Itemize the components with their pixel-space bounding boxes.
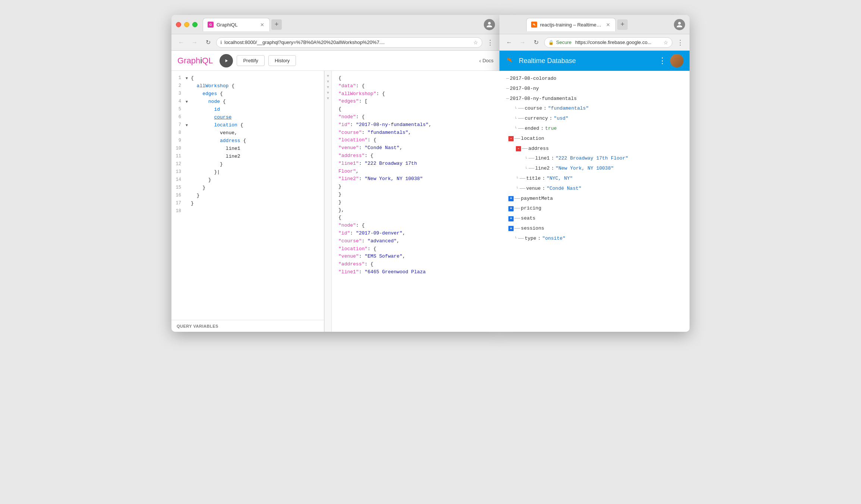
tree-dash: —— (520, 175, 526, 183)
tree-connector: └ (516, 186, 518, 192)
tab-close-button[interactable]: ✕ (259, 22, 265, 28)
tree-colon: : (551, 165, 554, 173)
url-bar-right[interactable]: 🔒 Secure https://console.firebase.google… (544, 37, 672, 48)
refresh-button-right[interactable]: ↻ (531, 37, 541, 48)
code-line-12: 12 } (171, 161, 324, 168)
result-pane: { "data": { "allWorkshop": { "edges": [ … (332, 71, 499, 332)
bookmark-icon-right[interactable]: ☆ (663, 40, 668, 45)
tree-item-line2[interactable]: └ —— line2 : "New York, NY 10038" (499, 164, 690, 174)
prettify-button[interactable]: Prettify (237, 55, 264, 66)
user-account-icon[interactable] (484, 19, 495, 30)
tree-item-title[interactable]: └ —— title : "NYC, NY" (499, 174, 690, 184)
url-bar-left[interactable]: ℹ localhost:8000/__graphql?query=%7B%0A%… (216, 37, 482, 48)
tree-item-colorado[interactable]: — 2017-08-colorado (499, 74, 690, 84)
tree-colon: : (542, 175, 545, 183)
collapse-icon-address[interactable]: - (516, 146, 521, 151)
firebase-header: Realtime Database ⋮ (499, 51, 690, 71)
tree-dash: — (506, 85, 509, 93)
new-tab-button[interactable]: + (271, 19, 282, 30)
minimize-button[interactable] (184, 22, 189, 27)
tree-item-paymentmeta[interactable]: + —— paymentMeta (499, 194, 690, 204)
maximize-button[interactable] (192, 22, 198, 27)
tree-item-ny[interactable]: — 2017-08-ny (499, 84, 690, 94)
url-info-icon: ℹ (220, 40, 222, 45)
back-button[interactable]: ← (176, 37, 186, 48)
result-line-4: "edges": [ (338, 98, 496, 105)
more-options-button-right[interactable]: ⋮ (675, 38, 685, 47)
code-line-18: 18 (171, 208, 324, 215)
tab-firebase-close[interactable]: ✕ (605, 22, 611, 28)
query-variables-bar[interactable]: QUERY VARIABLES (171, 320, 324, 332)
tree-colon: : (538, 235, 541, 243)
tab-firebase-label: reactjs-training – Realtime Dat… (540, 22, 602, 28)
graphiql-logo: GraphiQL (177, 56, 213, 66)
expand-icon-pricing[interactable]: + (508, 206, 514, 211)
tree-item-venue[interactable]: └ —— venue : "Condé Nast" (499, 184, 690, 194)
tree-dash: —— (514, 195, 520, 203)
tab-graphiql[interactable]: G GraphiQL ✕ (203, 18, 270, 31)
tree-value: "New York, NY 10038" (555, 165, 614, 173)
tree-key: 2017-08-colorado (510, 75, 556, 83)
title-bar-left: G GraphiQL ✕ + (171, 15, 499, 34)
collapse-icon[interactable]: - (508, 136, 514, 141)
tree-item-type[interactable]: └ —— type : "onsite" (499, 234, 690, 244)
expand-icon-seats[interactable]: + (508, 216, 514, 221)
tree-value: true (545, 125, 556, 133)
result-line-25: "address": { (338, 261, 496, 268)
result-line-23: "location": { (338, 245, 496, 253)
close-button[interactable] (176, 22, 181, 27)
tree-item-sessions[interactable]: + —— sessions (499, 224, 690, 234)
query-editor[interactable]: 1 ▼ { 2 allWorkshop { 3 edges { (171, 71, 324, 320)
tree-connector: └ (525, 156, 527, 162)
tree-item-course[interactable]: └ —— course : "fundamentals" (499, 104, 690, 114)
tree-connector: └ (516, 176, 518, 182)
code-line-15: 15 } (171, 184, 324, 192)
tree-item-seats[interactable]: + —— seats (499, 214, 690, 224)
tree-item-address[interactable]: - —— address (499, 144, 690, 154)
query-editor-pane[interactable]: 1 ▼ { 2 allWorkshop { 3 edges { (171, 71, 324, 332)
result-line-24: "venue": "EMS Sofware", (338, 253, 496, 261)
code-line-17: 17 } (171, 200, 324, 208)
tree-item-ended[interactable]: └ —— ended : true (499, 124, 690, 134)
back-button-right[interactable]: ← (504, 37, 514, 48)
tree-key: location (521, 135, 544, 143)
result-line-11: "address": { (338, 152, 496, 160)
code-line-3: 3 edges { (171, 90, 324, 98)
firebase-user-avatar[interactable] (670, 54, 684, 67)
forward-button-right[interactable]: → (517, 37, 528, 48)
tree-connector: └ (525, 166, 527, 172)
tab-firebase[interactable]: reactjs-training – Realtime Dat… ✕ (526, 18, 616, 31)
tree-key: course (525, 105, 542, 113)
code-line-11: 11 line2 (171, 153, 324, 161)
expand-icon-sessions[interactable]: + (508, 226, 514, 231)
refresh-button[interactable]: ↻ (203, 37, 213, 48)
run-query-button[interactable] (220, 54, 233, 67)
user-account-icon-right[interactable] (674, 19, 685, 30)
tree-key: sessions (521, 225, 544, 233)
tree-item-currency[interactable]: └ —— currency : "usd" (499, 114, 690, 124)
docs-button[interactable]: ‹ Docs (479, 58, 493, 64)
more-options-button[interactable]: ⋮ (485, 38, 495, 47)
result-viewer[interactable]: { "data": { "allWorkshop": { "edges": [ … (332, 71, 499, 332)
tree-item-line1[interactable]: └ —— line1 : "222 Broadway 17th Floor" (499, 154, 690, 164)
graphiql-browser: G GraphiQL ✕ + ← → ↻ ℹ localhost:8000/__… (171, 15, 499, 332)
bookmark-icon[interactable]: ☆ (473, 40, 478, 45)
firebase-more-button[interactable]: ⋮ (658, 56, 666, 66)
tree-dash: —— (514, 205, 520, 212)
tree-key: 2017-08-ny-fundamentals (510, 95, 577, 103)
expand-icon-payment[interactable]: + (508, 196, 514, 201)
code-line-9: 9 address { (171, 137, 324, 145)
new-tab-button-right[interactable]: + (617, 19, 628, 30)
forward-button[interactable]: → (189, 37, 200, 48)
tree-dash: —— (518, 115, 524, 123)
tree-dash: —— (520, 185, 526, 193)
tree-key: venue (526, 185, 541, 193)
tree-item-location[interactable]: - —— location (499, 134, 690, 144)
tree-value: "usd" (554, 115, 568, 123)
result-line-17: } (338, 199, 496, 207)
pane-resizer[interactable]: ▼ ▼ ▼ ▼ ▼ (324, 71, 332, 332)
tree-item-ny-fundamentals[interactable]: — 2017-08-ny-fundamentals (499, 94, 690, 104)
history-button[interactable]: History (268, 55, 296, 66)
result-line-16: } (338, 191, 496, 199)
tree-item-pricing[interactable]: + —— pricing (499, 204, 690, 214)
